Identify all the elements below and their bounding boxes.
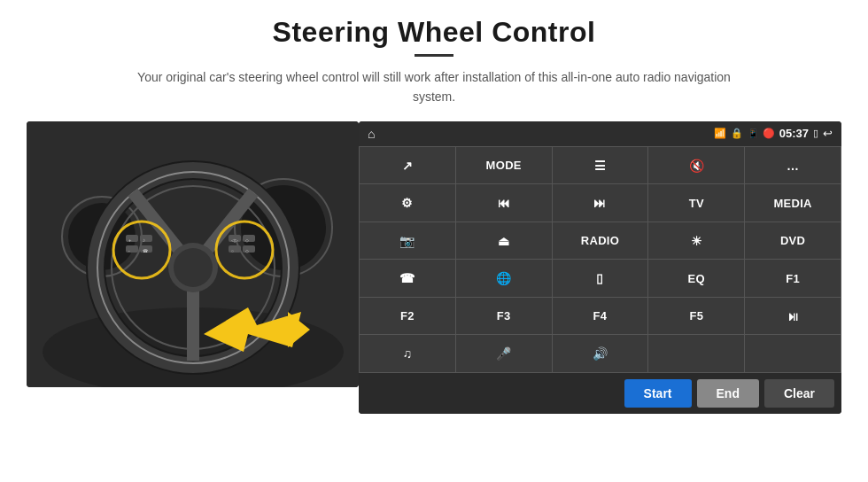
svg-text:◇: ◇ [245, 237, 249, 243]
grid-btn-r4c1[interactable]: ☎ [360, 260, 455, 297]
grid-btn-r2c3[interactable]: ⏭ [553, 184, 648, 222]
grid-btn-r5c1[interactable]: F2 [360, 298, 455, 335]
svg-text:+: + [128, 237, 132, 243]
page-title: Steering Wheel Control [273, 16, 596, 49]
svg-point-15 [174, 248, 213, 287]
grid-btn-r5c2[interactable]: F3 [456, 298, 552, 335]
grid-btn-r5c4[interactable]: F5 [648, 298, 744, 335]
grid-btn-r1c1[interactable]: ↗ [360, 147, 455, 184]
status-time: 05:37 [779, 127, 809, 140]
svg-text:○: ○ [231, 248, 234, 253]
grid-btn-r1c5[interactable]: … [745, 147, 841, 184]
grid-btn-r5c3[interactable]: F4 [553, 298, 648, 335]
title-divider [415, 54, 453, 57]
start-button[interactable]: Start [624, 379, 692, 408]
svg-text:☎: ☎ [143, 248, 148, 253]
grid-btn-r4c2[interactable]: 🌐 [456, 260, 552, 297]
grid-btn-r6c1[interactable]: ♫ [360, 335, 455, 372]
svg-text:♪: ♪ [143, 237, 145, 243]
grid-btn-r3c4[interactable]: ☀ [648, 222, 744, 260]
page-subtitle: Your original car's steering wheel contr… [133, 67, 735, 107]
cast-icon: ▯ [813, 128, 818, 139]
grid-btn-r5c5[interactable]: ⏯ [745, 298, 841, 335]
steering-wheel-image: km/h [27, 121, 359, 387]
grid-btn-r4c4[interactable]: EQ [648, 260, 744, 297]
bottom-bar: Start End Clear [359, 373, 841, 414]
svg-text:◇: ◇ [245, 248, 249, 253]
android-screen: ⌂ 📶 🔒 📱 🔴 05:37 ▯ ↩ ↗MODE☰🔇…⚙⏮⏭TVMEDIA📷⏏… [359, 121, 841, 414]
button-grid: ↗MODE☰🔇…⚙⏮⏭TVMEDIA📷⏏RADIO☀DVD☎🌐▯EQF1F2F3… [359, 146, 841, 373]
grid-btn-r3c5[interactable]: DVD [745, 222, 841, 260]
grid-btn-r6c5[interactable] [745, 335, 841, 372]
grid-btn-r1c2[interactable]: MODE [456, 147, 552, 184]
grid-btn-r6c2[interactable]: 🎤 [456, 335, 552, 372]
grid-btn-r1c4[interactable]: 🔇 [648, 147, 744, 184]
svg-text:◁▷: ◁▷ [231, 237, 238, 243]
grid-btn-r1c3[interactable]: ☰ [553, 147, 648, 184]
grid-btn-r2c5[interactable]: MEDIA [745, 184, 841, 222]
grid-btn-r2c1[interactable]: ⚙ [360, 184, 455, 222]
back-icon[interactable]: ↩ [823, 127, 833, 140]
grid-btn-r6c3[interactable]: 🔊 [553, 335, 648, 372]
grid-btn-r4c5[interactable]: F1 [745, 260, 841, 297]
lock-icon: 🔒 [731, 128, 743, 139]
grid-btn-r4c3[interactable]: ▯ [553, 260, 648, 297]
grid-btn-r2c2[interactable]: ⏮ [456, 184, 552, 222]
grid-btn-r2c4[interactable]: TV [648, 184, 744, 222]
status-bar: ⌂ 📶 🔒 📱 🔴 05:37 ▯ ↩ [359, 121, 841, 146]
end-button[interactable]: End [697, 379, 759, 408]
grid-btn-r3c1[interactable]: 📷 [360, 222, 455, 260]
status-left: ⌂ [368, 127, 375, 141]
clear-button[interactable]: Clear [764, 379, 834, 408]
bluetooth-icon: 🔴 [763, 128, 775, 139]
status-right: 📶 🔒 📱 🔴 05:37 ▯ ↩ [714, 127, 833, 140]
sim-icon: 📱 [748, 128, 758, 138]
grid-btn-r6c4[interactable] [648, 335, 744, 372]
grid-btn-r3c3[interactable]: RADIO [553, 222, 648, 260]
grid-btn-r3c2[interactable]: ⏏ [456, 222, 552, 260]
home-icon[interactable]: ⌂ [368, 127, 375, 141]
wifi-icon: 📶 [714, 128, 726, 139]
